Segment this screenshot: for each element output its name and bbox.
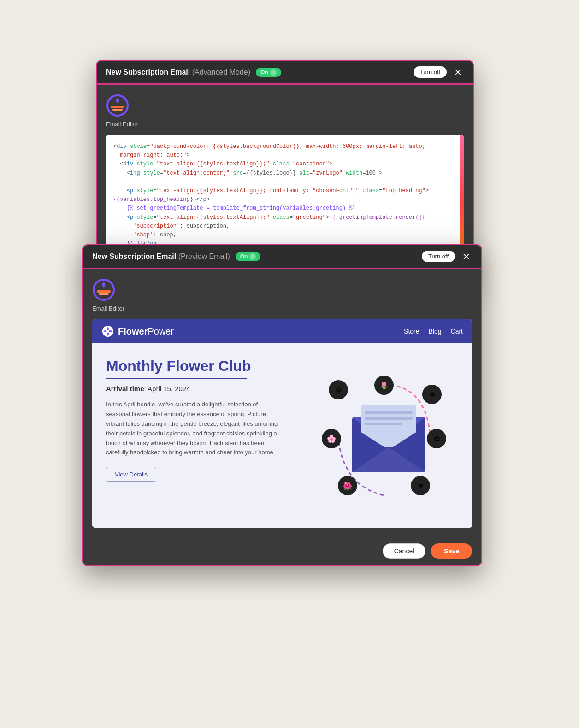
float-icon-top-right: ❋ [422, 385, 442, 404]
arrival-date: April 15, 2024 [148, 385, 190, 393]
email-right-column: 🌷 ❋ ✿ 🌸 ⚙ 🌺 ✾ [296, 343, 472, 528]
window1-turn-off-button[interactable]: Turn off [414, 66, 447, 78]
float-icon-left: 🌸 [322, 429, 341, 448]
window1-on-label: On [260, 69, 268, 76]
svg-rect-4 [97, 290, 111, 293]
window2-body: Email Editor [83, 269, 481, 537]
zvn-logo-icon-2 [92, 278, 115, 301]
window2-title: New Subscription Email (Preview Email) [92, 252, 230, 261]
preview-email-window: New Subscription Email (Preview Email) O… [82, 244, 482, 566]
window1-editor-label: Email Editor [106, 121, 138, 128]
float-icon-right: ✿ [427, 429, 446, 448]
page-container: New Subscription Email (Advanced Mode) O… [82, 41, 497, 687]
arrival-label: Arrival time [106, 385, 144, 393]
float-icon-bottom-right: ✾ [411, 476, 430, 495]
window2-editor-label: Email Editor [92, 305, 124, 312]
info-icon[interactable]: i [270, 69, 277, 76]
window2-turn-off-button[interactable]: Turn off [422, 251, 455, 262]
float-icon-bottom-left: 🌺 [338, 476, 357, 495]
cancel-button[interactable]: Cancel [383, 543, 426, 559]
email-left-column: Monthly Flower Club Arrival time: April … [92, 343, 296, 528]
email-logo: FlowerPower [101, 325, 174, 338]
brand-name1: Flower [118, 326, 148, 336]
window2-logo-area: Email Editor [92, 278, 472, 312]
window2-close-button[interactable]: ✕ [461, 251, 472, 262]
flower-logo-icon [101, 325, 114, 338]
bottom-bar: Cancel Save [83, 537, 481, 565]
brand-name2: Power [148, 326, 174, 336]
svg-rect-2 [112, 109, 123, 111]
title-divider [106, 378, 247, 379]
window1-title-text: New Subscription Email [106, 68, 190, 76]
window2-on-label: On [240, 253, 248, 260]
window1-close-button[interactable]: ✕ [452, 67, 464, 78]
zvn-logo-icon [106, 94, 129, 117]
window2-title-text: New Subscription Email [92, 252, 176, 260]
window2-header: New Subscription Email (Preview Email) O… [83, 245, 481, 269]
save-button[interactable]: Save [431, 543, 472, 559]
email-preview-frame: FlowerPower Store Blog Cart Monthly Flow… [92, 319, 472, 528]
nav-cart: Cart [451, 328, 463, 335]
svg-point-7 [106, 330, 109, 333]
svg-rect-1 [111, 106, 124, 108]
email-nav-links: Store Blog Cart [404, 328, 463, 335]
email-body-text: In this April bundle, we've curated a de… [106, 400, 282, 458]
email-main-title: Monthly Flower Club [106, 357, 282, 375]
float-icon-top-left: ⚙ [329, 380, 348, 399]
svg-rect-5 [99, 293, 109, 295]
window1-title: New Subscription Email (Advanced Mode) [106, 68, 250, 76]
nav-store: Store [404, 328, 419, 335]
window2-on-badge: On i [236, 252, 261, 261]
float-icon-top: 🌷 [374, 376, 394, 395]
svg-rect-12 [365, 423, 402, 425]
brand-name: FlowerPower [118, 326, 174, 337]
window1-subtitle: (Advanced Mode) [192, 68, 250, 76]
email-nav: FlowerPower Store Blog Cart [92, 319, 472, 343]
nav-blog: Blog [429, 328, 442, 335]
view-details-button[interactable]: View Details [106, 467, 156, 482]
window1-on-badge: On i [256, 68, 281, 77]
info-icon-2[interactable]: i [249, 253, 256, 260]
window2-subtitle: (Preview Email) [178, 252, 230, 260]
window1-header: New Subscription Email (Advanced Mode) O… [97, 61, 473, 85]
arrival-time: Arrival time: April 15, 2024 [106, 385, 282, 393]
svg-rect-11 [365, 417, 413, 420]
window1-logo-area: Email Editor [106, 94, 464, 128]
svg-rect-10 [365, 411, 413, 414]
envelope-illustration: 🌷 ❋ ✿ 🌸 ⚙ 🌺 ✾ [324, 371, 444, 500]
email-content-area: Monthly Flower Club Arrival time: April … [92, 343, 472, 528]
